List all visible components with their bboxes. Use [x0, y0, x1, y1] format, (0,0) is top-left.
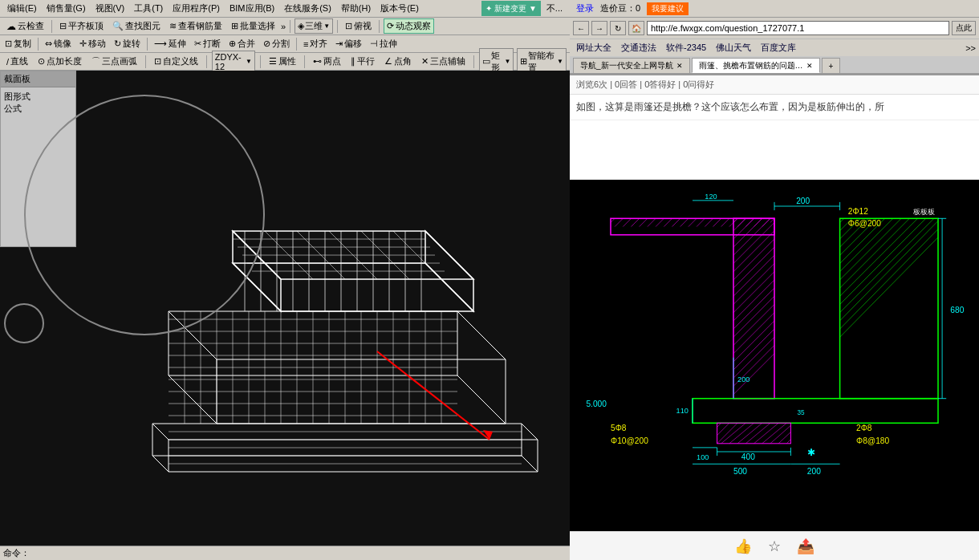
section-panel-items: 图形式 公式	[1, 87, 75, 118]
menu-help[interactable]: 帮助(H)	[337, 1, 375, 16]
browser-panel: 登录 造价豆：0 我要建议 ← → ↻ 🏠 点此 网址大全 交通违法 软件-23…	[570, 0, 979, 560]
align-icon: ≡	[303, 39, 308, 49]
menu-app[interactable]: 应用程序(P)	[169, 1, 224, 16]
property-btn[interactable]: ☰ 属性	[266, 54, 299, 69]
login-link[interactable]: 登录	[576, 2, 594, 14]
stats-text: 浏览6次 | 0回答 | 0答得好 | 0问得好	[576, 79, 714, 89]
svg-text:35: 35	[798, 409, 806, 416]
rotate-btn[interactable]: ↻ 旋转	[111, 36, 144, 51]
address-bar[interactable]	[647, 21, 949, 35]
copy-btn[interactable]: ⊡ 复制	[2, 36, 35, 51]
parallel-icon: ∥	[351, 56, 355, 67]
add-length-btn[interactable]: ⊙ 点加长度	[35, 54, 85, 69]
line-btn[interactable]: / 直线	[3, 54, 31, 69]
new-change-btn[interactable]: ✦ 新建变更 ▼	[481, 1, 540, 16]
svg-marker-6	[457, 311, 506, 424]
property-icon: ☰	[269, 56, 277, 67]
svg-text:200: 200	[796, 197, 810, 205]
svg-text:120: 120	[705, 193, 717, 201]
close-tab-1-icon[interactable]: ✕	[676, 62, 683, 70]
share-btn[interactable]: 📤	[797, 538, 814, 555]
tab-question[interactable]: 雨篷、挑檐布置钢筋的问题_厂联 ✕	[692, 58, 820, 73]
bookmark-item-1[interactable]: 网址大全	[573, 41, 615, 55]
sep6	[147, 38, 148, 51]
find-drawing-btn[interactable]: 🔍 查找图元	[109, 18, 164, 34]
go-btn[interactable]: 点此	[952, 21, 976, 35]
bookmark-more: >>	[965, 43, 976, 53]
forward-btn[interactable]: →	[591, 21, 607, 35]
trim-btn[interactable]: ✂ 打断	[191, 36, 224, 51]
menu-online[interactable]: 在线服务(S)	[280, 1, 335, 16]
drag-btn[interactable]: ⊣ 拉伸	[367, 36, 400, 51]
three-arc-btn[interactable]: ⌒ 三点画弧	[88, 54, 140, 69]
svg-text:5.000: 5.000	[586, 400, 607, 408]
dynamic-view-btn[interactable]: ⟳ 动态观察	[384, 18, 434, 34]
bookmark-item-2[interactable]: 交通违法	[618, 41, 660, 55]
right-cad-drawing: 200 2Φ12 Φ6@200 680 120 5Φ8 Φ10@200 5.00…	[570, 180, 979, 560]
cad-viewport[interactable]: 截面板 图形式 公式	[0, 71, 570, 560]
arc-icon: ⌒	[91, 55, 100, 67]
svg-text:Φ10@200: Φ10@200	[611, 436, 648, 445]
dropdown-arrow-zdyx: ▼	[246, 58, 252, 65]
check-rebar-btn[interactable]: ≋ 查看钢筋量	[166, 18, 225, 34]
svg-text:Φ6@200: Φ6@200	[848, 220, 881, 229]
mirror-btn[interactable]: ⇔ 镜像	[42, 36, 75, 51]
menu-view[interactable]: 视图(V)	[91, 1, 129, 16]
cloud-check-btn[interactable]: ☁ 云检查	[3, 18, 47, 34]
home-btn[interactable]: 🏠	[628, 21, 644, 35]
trim-icon: ✂	[194, 39, 201, 49]
dynamic-icon: ⟳	[387, 21, 394, 31]
offset-btn[interactable]: ⇥ 偏移	[332, 36, 365, 51]
tab-new[interactable]: +	[822, 58, 841, 73]
sep10	[260, 55, 261, 68]
zdyx-dropdown[interactable]: ZDYX-12 ▼	[212, 51, 255, 73]
menu-version[interactable]: 版本号(E)	[376, 1, 423, 16]
parallel-btn[interactable]: ∥ 平行	[347, 54, 378, 69]
menu-tools[interactable]: 工具(T)	[130, 1, 167, 16]
top-view-icon: ⊡	[345, 21, 352, 31]
angle-icon: ∠	[384, 56, 392, 67]
svg-marker-9	[152, 424, 169, 472]
svg-text:2Φ8: 2Φ8	[856, 424, 872, 433]
offset-icon: ⇥	[335, 39, 343, 49]
more-btn[interactable]: 不...	[542, 1, 567, 16]
mirror-icon: ⇔	[45, 39, 52, 49]
flat-top-icon: ⊟	[59, 21, 67, 31]
tab-navigation[interactable]: 导航_新一代安全上网导航 ✕	[573, 58, 690, 73]
refresh-btn[interactable]: ↻	[610, 21, 626, 35]
flat-top-btn[interactable]: ⊟ 平齐板顶	[56, 18, 107, 34]
menu-sales[interactable]: 销售量(G)	[43, 1, 90, 16]
batch-select-btn[interactable]: ⊞ 批量选择	[228, 18, 278, 34]
point-angle-btn[interactable]: ∠ 点角	[381, 54, 415, 69]
bookmark-item-4[interactable]: 佛山天气	[713, 41, 754, 55]
split-btn[interactable]: ⊘ 分割	[260, 36, 293, 51]
three-d-btn[interactable]: ◈ 三维 ▼	[295, 18, 333, 34]
align-btn[interactable]: ≡ 对齐	[300, 36, 331, 51]
svg-text:500: 500	[733, 467, 747, 476]
merge-icon: ⊕	[229, 39, 236, 49]
feedback-btn[interactable]: 我要建议	[647, 2, 689, 15]
status-text: 命令：	[3, 547, 30, 559]
two-point-btn[interactable]: ⊷ 两点	[310, 54, 344, 69]
bookmark-item-3[interactable]: 软件-2345	[663, 41, 709, 55]
custom-line-btn[interactable]: ⊡ 自定义线	[151, 54, 201, 69]
close-tab-2-icon[interactable]: ✕	[806, 62, 813, 70]
back-btn[interactable]: ←	[573, 21, 589, 35]
separator1	[51, 20, 52, 33]
star-btn[interactable]: ☆	[768, 538, 781, 555]
menu-edit[interactable]: 编辑(E)	[3, 1, 41, 16]
new-tab-icon: +	[829, 62, 834, 71]
top-view-btn[interactable]: ⊡ 俯视	[342, 18, 375, 34]
like-btn[interactable]: 👍	[734, 538, 752, 555]
svg-marker-3	[233, 263, 473, 311]
bookmark-item-5[interactable]: 百度文库	[758, 41, 799, 55]
menu-bar: 编辑(E) 销售量(G) 视图(V) 工具(T) 应用程序(P) BIM应用(B…	[0, 0, 570, 18]
move-btn[interactable]: ✛ 移动	[76, 36, 109, 51]
extend-btn[interactable]: ⟶ 延伸	[151, 36, 189, 51]
separator3	[337, 20, 338, 33]
merge-btn[interactable]: ⊕ 合并	[225, 36, 258, 51]
menu-bim[interactable]: BIM应用(B)	[225, 1, 278, 16]
three-axis-btn[interactable]: ✕ 三点辅轴	[418, 54, 469, 69]
cad-section-svg: 200 2Φ12 Φ6@200 680 120 5Φ8 Φ10@200 5.00…	[570, 180, 979, 560]
copy-icon: ⊡	[5, 39, 12, 49]
